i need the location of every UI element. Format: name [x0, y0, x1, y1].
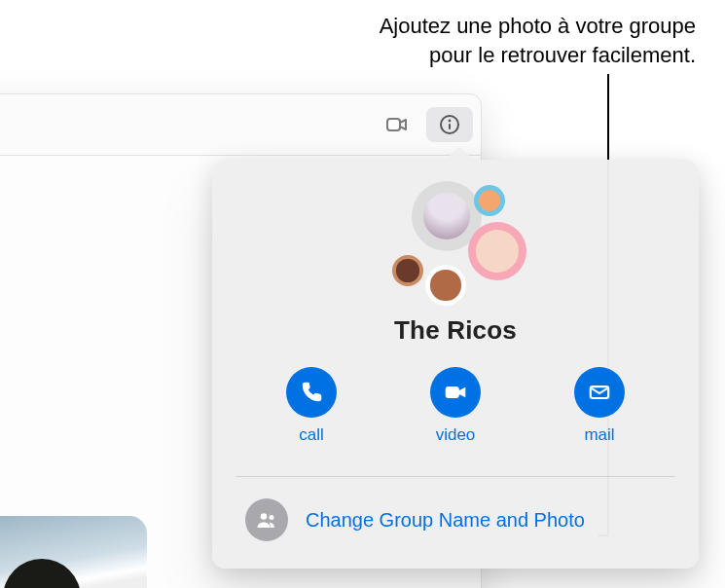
change-group-label: Change Group Name and Photo — [306, 509, 585, 532]
annotation-line2: pour le retrouver facilement. — [429, 43, 696, 67]
member-avatar — [392, 255, 423, 286]
member-avatar — [474, 185, 505, 216]
mail-label: mail — [584, 425, 614, 445]
svg-rect-4 — [446, 387, 458, 398]
annotation-line1: Ajoutez une photo à votre groupe — [380, 14, 696, 38]
popover-divider — [236, 476, 675, 477]
window-toolbar — [0, 94, 481, 155]
video-icon — [385, 113, 409, 136]
group-icon-badge — [245, 498, 288, 541]
svg-point-2 — [449, 120, 452, 123]
people-icon — [255, 508, 278, 532]
change-group-name-photo[interactable]: Change Group Name and Photo — [239, 491, 671, 545]
video-icon — [443, 380, 468, 405]
attachment-photo[interactable] — [0, 516, 147, 588]
video-label: video — [436, 425, 476, 445]
svg-point-6 — [261, 513, 268, 520]
member-avatar — [425, 265, 466, 306]
call-button[interactable]: call — [286, 367, 337, 445]
svg-point-7 — [270, 515, 274, 520]
group-avatar-cluster[interactable] — [363, 181, 548, 308]
info-icon — [438, 113, 461, 136]
mail-icon — [587, 380, 612, 405]
group-actions: call video mail — [239, 367, 671, 445]
phone-icon — [299, 380, 324, 405]
video-button[interactable]: video — [430, 367, 481, 445]
facetime-button[interactable] — [374, 107, 420, 142]
group-name: The Ricos — [239, 315, 671, 346]
info-button[interactable] — [426, 107, 473, 142]
svg-rect-3 — [449, 124, 451, 129]
annotation-caption: Ajoutez une photo à votre groupe pour le… — [175, 12, 696, 69]
group-info-popover: The Ricos call video — [212, 160, 699, 569]
svg-rect-0 — [387, 119, 400, 130]
member-avatar — [468, 222, 526, 280]
mail-button[interactable]: mail — [574, 367, 625, 445]
call-label: call — [299, 425, 324, 445]
